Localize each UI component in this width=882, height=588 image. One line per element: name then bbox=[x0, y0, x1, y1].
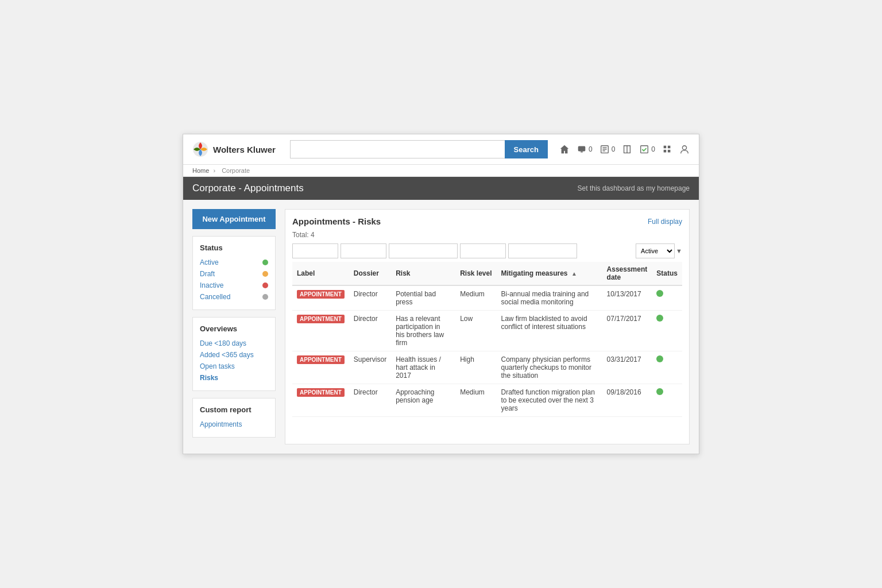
app-window: Wolters Kluwer Search 0 0 bbox=[183, 134, 699, 454]
status-draft-link[interactable]: Draft bbox=[200, 270, 215, 278]
cell-mitigating: Drafted function migration plan to be ex… bbox=[497, 384, 602, 417]
status-cancelled[interactable]: Cancelled bbox=[200, 291, 268, 303]
svg-rect-7 bbox=[664, 146, 667, 149]
overview-open-tasks[interactable]: Open tasks bbox=[200, 361, 268, 372]
table-row[interactable]: APPOINTMENT Director Has a relevant part… bbox=[292, 311, 682, 351]
status-inactive[interactable]: Inactive bbox=[200, 280, 268, 291]
book-icon bbox=[622, 144, 632, 154]
book-button[interactable] bbox=[622, 144, 632, 154]
filter-label-input[interactable] bbox=[292, 243, 338, 258]
home-icon-button[interactable] bbox=[559, 144, 570, 154]
set-homepage-link[interactable]: Set this dashboard as my homepage bbox=[578, 184, 690, 192]
filter-status-select[interactable]: Active Inactive All bbox=[636, 243, 675, 258]
overview-open-tasks-link[interactable]: Open tasks bbox=[200, 362, 235, 370]
search-area: Search bbox=[290, 140, 548, 158]
cell-badge: APPOINTMENT bbox=[292, 285, 349, 311]
panel-title: Appointments - Risks bbox=[292, 216, 381, 226]
page-title: Corporate - Appointments bbox=[192, 183, 304, 194]
svg-rect-10 bbox=[668, 150, 671, 153]
logo-text: Wolters Kluwer bbox=[213, 145, 276, 154]
status-dot bbox=[656, 290, 663, 297]
overview-due180-link[interactable]: Due <180 days bbox=[200, 339, 246, 347]
user-button[interactable] bbox=[679, 144, 690, 154]
appointment-badge: APPOINTMENT bbox=[297, 355, 345, 364]
cell-risk-level: High bbox=[455, 351, 496, 384]
page-title-bar: Corporate - Appointments Set this dashbo… bbox=[183, 177, 699, 200]
table-row[interactable]: APPOINTMENT Supervisor Health issues / h… bbox=[292, 351, 682, 384]
full-display-link[interactable]: Full display bbox=[648, 218, 682, 226]
status-active[interactable]: Active bbox=[200, 257, 268, 268]
cell-assessment-date: 07/17/2017 bbox=[602, 311, 652, 351]
filter-risk-input[interactable] bbox=[389, 243, 458, 258]
sidebar: New Appointment Status Active Draft Inac… bbox=[192, 209, 276, 444]
cell-badge: APPOINTMENT bbox=[292, 384, 349, 417]
custom-report-appointments-link[interactable]: Appointments bbox=[200, 420, 242, 428]
draft-dot bbox=[262, 271, 268, 277]
total-count: Total: 4 bbox=[292, 231, 682, 239]
sort-icon: ▲ bbox=[571, 270, 577, 277]
svg-rect-6 bbox=[641, 146, 648, 153]
breadcrumb-separator: › bbox=[213, 167, 217, 174]
cell-risk: Approaching pension age bbox=[391, 384, 455, 417]
cell-mitigating: Law firm blacklisted to avoid conflict o… bbox=[497, 311, 602, 351]
filter-dossier-input[interactable] bbox=[341, 243, 386, 258]
appointment-badge: APPOINTMENT bbox=[297, 388, 345, 397]
cell-mitigating: Bi-annual media training and social medi… bbox=[497, 285, 602, 311]
breadcrumb-current: Corporate bbox=[222, 167, 250, 174]
tasks-button[interactable]: 0 bbox=[599, 144, 616, 154]
search-button[interactable]: Search bbox=[505, 140, 548, 158]
panel-header: Appointments - Risks Full display bbox=[292, 216, 682, 226]
cell-mitigating: Company physician performs quarterly che… bbox=[497, 351, 602, 384]
status-inactive-link[interactable]: Inactive bbox=[200, 281, 223, 289]
main-panel: Appointments - Risks Full display Total:… bbox=[285, 209, 690, 444]
new-appointment-button[interactable]: New Appointment bbox=[192, 209, 276, 229]
inactive-dot bbox=[262, 283, 268, 288]
status-active-link[interactable]: Active bbox=[200, 258, 219, 266]
status-dot bbox=[656, 388, 663, 395]
status-draft[interactable]: Draft bbox=[200, 268, 268, 280]
col-risk: Risk bbox=[391, 262, 455, 285]
risks-table: Label Dossier Risk Risk level Mitigating… bbox=[292, 262, 682, 417]
filter-select-wrap: Active Inactive All ▼ bbox=[636, 243, 682, 258]
logo-icon bbox=[192, 141, 208, 157]
overview-risks-link[interactable]: Risks bbox=[200, 374, 218, 382]
col-status: Status bbox=[652, 262, 682, 285]
search-input[interactable] bbox=[290, 140, 505, 158]
cell-dossier: Director bbox=[349, 384, 391, 417]
tasks-count: 0 bbox=[612, 145, 616, 153]
breadcrumb-home[interactable]: Home bbox=[192, 167, 209, 174]
breadcrumb: Home › Corporate bbox=[183, 165, 699, 177]
cell-risk: Has a relevant participation in his brot… bbox=[391, 311, 455, 351]
bell-icon bbox=[577, 144, 587, 154]
check-tasks-button[interactable]: 0 bbox=[639, 144, 655, 154]
cell-dossier: Director bbox=[349, 285, 391, 311]
col-label: Label bbox=[292, 262, 349, 285]
logo-area: Wolters Kluwer bbox=[192, 141, 278, 157]
filter-level-input[interactable] bbox=[460, 243, 506, 258]
apps-button[interactable] bbox=[662, 144, 672, 154]
table-row[interactable]: APPOINTMENT Director Potential bad press… bbox=[292, 285, 682, 311]
overview-due180[interactable]: Due <180 days bbox=[200, 338, 268, 349]
status-cancelled-link[interactable]: Cancelled bbox=[200, 293, 230, 301]
cell-status bbox=[652, 351, 682, 384]
overviews-title: Overviews bbox=[200, 324, 268, 333]
overviews-section: Overviews Due <180 days Added <365 days … bbox=[192, 317, 276, 391]
overview-added365[interactable]: Added <365 days bbox=[200, 349, 268, 361]
notifications-button[interactable]: 0 bbox=[577, 144, 593, 154]
col-dossier: Dossier bbox=[349, 262, 391, 285]
filter-select-arrow: ▼ bbox=[676, 247, 682, 254]
custom-report-appointments[interactable]: Appointments bbox=[200, 419, 268, 430]
cell-assessment-date: 09/18/2016 bbox=[602, 384, 652, 417]
overview-risks[interactable]: Risks bbox=[200, 372, 268, 384]
overview-added365-link[interactable]: Added <365 days bbox=[200, 351, 254, 359]
check-icon bbox=[639, 144, 649, 154]
cell-status bbox=[652, 311, 682, 351]
status-dot bbox=[656, 315, 663, 322]
main-content: New Appointment Status Active Draft Inac… bbox=[183, 200, 699, 454]
home-icon bbox=[559, 144, 570, 154]
col-mitigating: Mitigating measures ▲ bbox=[497, 262, 602, 285]
cell-risk-level: Low bbox=[455, 311, 496, 351]
header: Wolters Kluwer Search 0 0 bbox=[183, 134, 699, 165]
filter-mitigating-input[interactable] bbox=[508, 243, 577, 258]
table-row[interactable]: APPOINTMENT Director Approaching pension… bbox=[292, 384, 682, 417]
